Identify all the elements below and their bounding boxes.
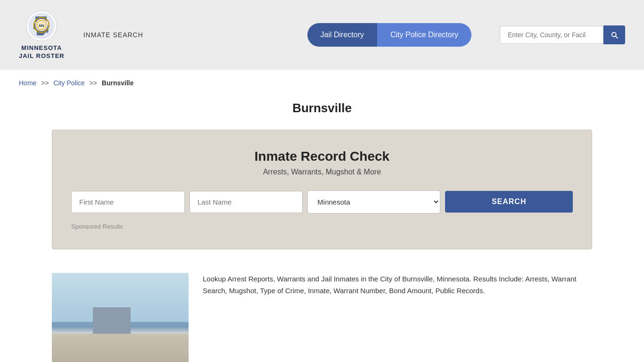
header-search-input[interactable] (500, 26, 603, 44)
city-building (93, 307, 131, 336)
breadcrumb-current: Burnsville (102, 79, 134, 87)
city-ground (52, 334, 189, 362)
record-check-box: Inmate Record Check Arrests, Warrants, M… (52, 130, 592, 249)
header-search-bar (500, 25, 625, 44)
state-select[interactable]: AlabamaAlaskaArizonaArkansasCaliforniaCo… (307, 190, 440, 214)
svg-text:MN: MN (39, 24, 44, 27)
jail-directory-button[interactable]: Jail Directory (307, 23, 377, 47)
search-icon (610, 31, 619, 39)
record-check-title: Inmate Record Check (71, 149, 573, 164)
last-name-input[interactable] (190, 191, 303, 213)
breadcrumb-city-police[interactable]: City Police (54, 79, 85, 87)
city-police-button[interactable]: City Police Directory (377, 23, 471, 47)
logo-title: MINNESOTA JAIL ROSTER (19, 44, 65, 60)
nav-buttons: Jail Directory City Police Directory (307, 23, 472, 47)
page-title-area: Burnsville (0, 91, 644, 130)
breadcrumb: Home >> City Police >> Burnsville (0, 70, 644, 91)
header-search-button[interactable] (603, 25, 625, 44)
city-image (52, 273, 189, 362)
record-check-form: AlabamaAlaskaArizonaArkansasCaliforniaCo… (71, 190, 573, 214)
site-logo[interactable]: MN MINNESOTA JAIL ROSTER (19, 9, 65, 60)
record-check-subtitle: Arrests, Warrants, Mugshot & More (71, 168, 573, 176)
inmate-search-link[interactable]: INMATE SEARCH (83, 31, 143, 39)
logo-icon: MN (25, 9, 58, 42)
breadcrumb-home[interactable]: Home (19, 79, 36, 87)
city-description: Lookup Arrest Reports, Warrants and Jail… (203, 273, 592, 297)
first-name-input[interactable] (71, 191, 185, 213)
site-header: MN MINNESOTA JAIL ROSTER INMATE SEARCH J… (0, 0, 644, 70)
sponsored-results: Sponsored Results (71, 223, 573, 230)
bottom-section: Lookup Arrest Reports, Warrants and Jail… (0, 263, 644, 362)
breadcrumb-sep1: >> (41, 79, 49, 87)
breadcrumb-sep2: >> (90, 79, 97, 87)
record-search-button[interactable]: SEARCH (445, 191, 573, 213)
page-title: Burnsville (19, 101, 625, 115)
